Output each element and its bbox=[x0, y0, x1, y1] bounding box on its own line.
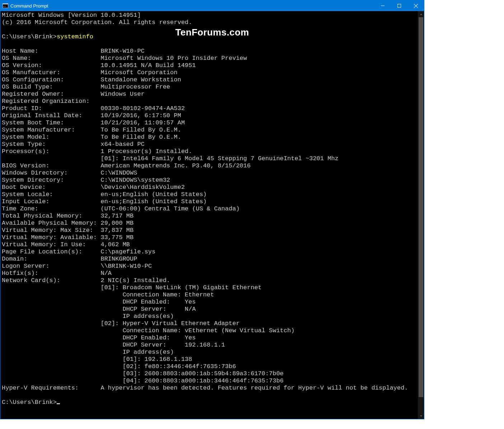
value: ‎10/‎21/‎2016, 11:09:57 AM bbox=[100, 119, 185, 126]
label: Input Locale: bbox=[2, 198, 100, 205]
maximize-button[interactable] bbox=[391, 0, 408, 11]
label: Virtual Memory: Max Size: bbox=[2, 227, 100, 234]
label: Registered Organization: bbox=[2, 98, 90, 105]
row-bios-version: BIOS Version: American Megatrends Inc. P… bbox=[2, 162, 251, 169]
row-system-manufacturer: System Manufacturer: To Be Filled By O.E… bbox=[2, 127, 181, 133]
label bbox=[2, 155, 100, 162]
label bbox=[2, 320, 100, 327]
label bbox=[2, 377, 123, 384]
value: Connection Name: vEthernet (New Virtual … bbox=[123, 327, 295, 334]
close-button[interactable] bbox=[408, 0, 424, 11]
banner-line-2: (c) 2016 Microsoft Corporation. All righ… bbox=[2, 19, 192, 26]
label: Boot Device: bbox=[2, 184, 100, 191]
label bbox=[2, 334, 123, 341]
value: DHCP Enabled: Yes bbox=[123, 334, 196, 341]
row-processors: Processor(s): 1 Processor(s) Installed. bbox=[2, 148, 192, 155]
label: System Locale: bbox=[2, 191, 100, 198]
value: IP address(es) bbox=[123, 313, 174, 320]
svg-text:C:\: C:\ bbox=[3, 5, 6, 8]
row-registered-owner: Registered Owner: Windows User bbox=[2, 91, 145, 97]
svg-marker-7 bbox=[420, 14, 422, 15]
value: en-us;English (United States) bbox=[100, 198, 207, 205]
scroll-track[interactable] bbox=[418, 17, 424, 413]
value: 4,062 MB bbox=[100, 241, 130, 248]
value: C:\WINDOWS bbox=[100, 170, 137, 176]
value: C:\WINDOWS\system32 bbox=[100, 177, 170, 183]
value: Multiprocessor Free bbox=[100, 84, 170, 90]
titlebar[interactable]: C:\ Command Prompt bbox=[0, 0, 424, 11]
label: System Boot Time: bbox=[2, 119, 100, 126]
label: Processor(s): bbox=[2, 148, 100, 155]
label: Hyper-V Requirements: bbox=[2, 385, 100, 391]
cmd-icon: C:\ bbox=[3, 3, 8, 9]
scroll-thumb[interactable] bbox=[419, 17, 423, 397]
value: 32,717 MB bbox=[100, 213, 133, 219]
label: BIOS Version: bbox=[2, 162, 100, 169]
row-total-physical-memory: Total Physical Memory: 32,717 MB bbox=[2, 213, 133, 219]
command-prompt-window: C:\ Command Prompt Microsoft Windows [Ve… bbox=[0, 0, 424, 419]
value: N/A bbox=[100, 270, 112, 277]
svg-marker-8 bbox=[420, 415, 422, 417]
window-title: Command Prompt bbox=[10, 3, 48, 9]
label: Product ID: bbox=[2, 105, 100, 112]
value: Microsoft Corporation bbox=[100, 69, 177, 76]
label bbox=[2, 327, 123, 334]
value: [01]: 192.168.1.138 bbox=[123, 356, 192, 363]
label bbox=[2, 363, 123, 370]
value: DHCP Server: 192.168.1.1 bbox=[123, 342, 225, 348]
value: To Be Filled By O.E.M. bbox=[100, 134, 181, 140]
row-windows-directory: Windows Directory: C:\WINDOWS bbox=[2, 170, 137, 176]
row-nic1-ip-addresses: IP address(es) bbox=[2, 313, 174, 320]
scroll-up-button[interactable] bbox=[418, 11, 424, 17]
label: OS Manufacturer: bbox=[2, 69, 100, 76]
vertical-scrollbar[interactable] bbox=[418, 11, 424, 419]
label: System Directory: bbox=[2, 177, 100, 183]
label: Total Physical Memory: bbox=[2, 213, 100, 219]
row-os-build-type: OS Build Type: Multiprocessor Free bbox=[2, 84, 170, 90]
value: American Megatrends Inc. P3.40, ‎8/‎15/‎… bbox=[100, 162, 250, 169]
row-host-name: Host Name: BRINK-W10-PC bbox=[2, 48, 145, 54]
value: [03]: 2600:8803:a000:1ab:59b4:89a3:6170:… bbox=[123, 370, 284, 377]
row-nic1-dhcp-server: DHCP Server: N/A bbox=[2, 306, 196, 313]
row-os-manufacturer: OS Manufacturer: Microsoft Corporation bbox=[2, 69, 178, 76]
value: [01]: Broadcom NetLink (TM) Gigabit Ethe… bbox=[100, 284, 262, 291]
minimize-button[interactable] bbox=[375, 0, 391, 11]
value: Standalone Workstation bbox=[100, 76, 181, 83]
terminal-output[interactable]: Microsoft Windows [Version 10.0.14951] (… bbox=[0, 11, 418, 419]
value: IP address(es) bbox=[123, 349, 174, 356]
value: x64-based PC bbox=[100, 141, 144, 148]
value: \Device\HarddiskVolume2 bbox=[100, 184, 185, 191]
banner-line-1: Microsoft Windows [Version 10.0.14951] bbox=[2, 12, 141, 19]
label bbox=[2, 342, 123, 348]
label bbox=[2, 313, 123, 320]
value: [01]: Intel64 Family 6 Model 45 Stepping… bbox=[100, 155, 338, 162]
label bbox=[2, 284, 100, 291]
label: Original Install Date: bbox=[2, 112, 100, 119]
value: BRINKGROUP bbox=[100, 256, 137, 262]
svg-rect-1 bbox=[3, 4, 8, 4]
value: DHCP Server: N/A bbox=[123, 306, 196, 313]
label: OS Name: bbox=[2, 55, 100, 62]
cursor bbox=[57, 403, 60, 404]
label: OS Configuration: bbox=[2, 76, 100, 83]
row-system-model: System Model: To Be Filled By O.E.M. bbox=[2, 134, 181, 140]
row-os-version: OS Version: 10.0.14951 N/A Build 14951 bbox=[2, 62, 196, 69]
row-system-boot-time: System Boot Time: ‎10/‎21/‎2016, 11:09:5… bbox=[2, 119, 185, 126]
value: Microsoft Windows 10 Pro Insider Preview bbox=[100, 55, 247, 62]
label: System Type: bbox=[2, 141, 100, 148]
row-vmem-in-use: Virtual Memory: In Use: 4,062 MB bbox=[2, 241, 130, 248]
value: 00330-80102-90474-AA532 bbox=[100, 105, 185, 112]
row-system-locale: System Locale: en-us;English (United Sta… bbox=[2, 191, 207, 198]
content-wrap: Microsoft Windows [Version 10.0.14951] (… bbox=[0, 11, 424, 419]
label: Windows Directory: bbox=[2, 170, 100, 176]
row-registered-org: Registered Organization: bbox=[2, 98, 90, 105]
value: A hypervisor has been detected. Features… bbox=[100, 385, 408, 391]
label bbox=[2, 370, 123, 377]
scroll-down-button[interactable] bbox=[418, 413, 424, 419]
row-nic1: [01]: Broadcom NetLink (TM) Gigabit Ethe… bbox=[2, 284, 262, 291]
value: [02]: fe80::3446:464f:7635:73b6 bbox=[123, 363, 236, 370]
value: C:\pagefile.sys bbox=[100, 248, 155, 255]
prompt-2-prefix: C:\Users\Brink> bbox=[2, 399, 57, 406]
row-nic2-ip-addresses: IP address(es) bbox=[2, 349, 174, 356]
row-hotfix: Hotfix(s): N/A bbox=[2, 270, 112, 277]
